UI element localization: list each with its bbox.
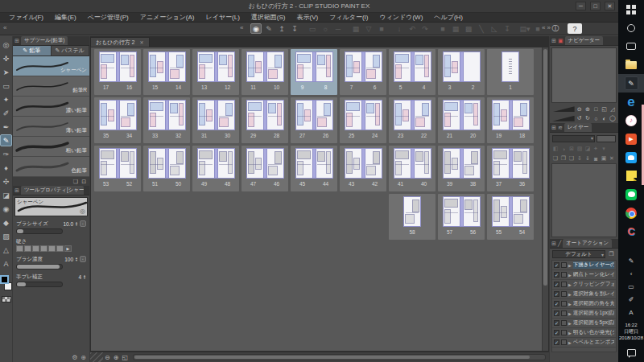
hardness-segment[interactable]	[56, 245, 64, 252]
checkbox-empty[interactable]	[561, 291, 567, 297]
help-icon[interactable]: ?	[568, 23, 582, 34]
auto-action-tab[interactable]: オートアクション	[563, 239, 612, 248]
checkbox-checked-icon[interactable]: ✓	[554, 339, 559, 345]
media-app-icon[interactable]: ▶	[618, 130, 644, 148]
expand-arrow-icon[interactable]: ▶	[568, 282, 572, 287]
page-spread-47-46[interactable]: 4746	[242, 146, 288, 191]
opacity-icon[interactable]: ◑	[560, 146, 567, 152]
property-slider[interactable]	[16, 228, 63, 234]
panel-menu-icon[interactable]: ⊞	[14, 187, 19, 194]
checkbox-empty[interactable]	[561, 311, 567, 316]
tray-pen-icon[interactable]: ✎	[618, 255, 644, 268]
filter-icon[interactable]: ▽	[363, 23, 374, 34]
document-tab[interactable]: おもひの行方 2 ✕	[90, 37, 150, 47]
tool-property-tab[interactable]: ツールプロパティ[シャーペン]	[21, 186, 84, 195]
vertical-scrollbar[interactable]	[542, 47, 548, 351]
subtool-panel-tab[interactable]: サブツール(鉛筆)	[21, 36, 68, 45]
checkbox-empty[interactable]	[561, 320, 567, 326]
fill-tool[interactable]: ◆	[0, 216, 12, 228]
auto-action-row[interactable]: ✓▶下描きレイヤーの作成	[552, 261, 616, 270]
selection-tool[interactable]: ▭	[0, 80, 12, 92]
layer-mask-icon[interactable]: ◙	[592, 156, 599, 162]
auto-action-set-select[interactable]: デフォルト	[552, 250, 605, 258]
maximize-button[interactable]: □	[590, 2, 601, 10]
menu-item[interactable]: 表示(V)	[291, 13, 324, 22]
undo-icon[interactable]: ↶	[407, 23, 418, 34]
brush-item[interactable]: 色鉛筆	[13, 157, 89, 177]
collapse-left-icon[interactable]: «	[3, 24, 6, 31]
auto-select-tool[interactable]: ✦	[0, 93, 12, 105]
clip-studio-icon[interactable]: C	[618, 222, 644, 241]
magnifier-icon[interactable]: ◎	[80, 208, 85, 215]
menu-item[interactable]: ファイル(F)	[3, 13, 49, 22]
perspective-ruler-icon[interactable]: ◺	[489, 23, 500, 34]
clip-below-icon[interactable]: ◪	[584, 146, 591, 152]
tray-expand-icon[interactable]: ‹	[618, 268, 644, 281]
step-down-icon[interactable]: ▼	[75, 224, 78, 226]
collapse-right-icon[interactable]: « »	[542, 24, 551, 31]
hardness-expand-icon[interactable]: ▶	[64, 245, 72, 252]
line-icon[interactable]	[618, 185, 644, 204]
subtool-tab-other[interactable]: ✎パステル	[52, 46, 90, 56]
rotate-right-icon[interactable]: ↻	[584, 115, 591, 121]
close-button[interactable]: ✕	[605, 2, 615, 10]
checkbox-checked-icon[interactable]: ✓	[554, 291, 559, 297]
light-table-icon[interactable]: ☼	[320, 23, 331, 34]
subtool-tab-active[interactable]: ✎鉛筆	[13, 46, 52, 56]
auto-action-menu-icon[interactable]: ❐	[607, 250, 616, 258]
auto-action-row[interactable]: ✓▶明るい色が発光(グロー)	[552, 328, 616, 338]
page-spread-11-10[interactable]: 1110	[242, 49, 288, 95]
menu-item[interactable]: レイヤー(L)	[200, 13, 245, 22]
blend-mode-icon[interactable]: ◧	[552, 146, 559, 152]
snap-pin-icon[interactable]: ↧	[502, 23, 513, 34]
page-spread-37-36[interactable]: 3736	[487, 146, 534, 191]
page-spread-39-38[interactable]: 3938	[438, 146, 485, 191]
page-spread-49-48[interactable]: 4948	[192, 146, 239, 191]
transparent-color-swatch[interactable]	[2, 296, 11, 302]
task-view-button[interactable]	[618, 37, 644, 56]
page-spread-58[interactable]: 58	[389, 194, 436, 240]
operation-tool[interactable]: ➤	[0, 66, 12, 78]
blend-tool[interactable]: ◉	[0, 203, 12, 215]
clip-studio-paint-icon[interactable]: ✎	[618, 74, 644, 93]
brush-tool[interactable]: ✑	[0, 148, 12, 160]
expand-arrow-icon[interactable]: ▶	[568, 302, 572, 306]
expand-arrow-icon[interactable]: ▶	[568, 292, 572, 297]
eyedropper-tool[interactable]: ✐	[0, 107, 12, 119]
page-spread-3-2[interactable]: 32	[438, 49, 485, 95]
export-icon[interactable]: ↥	[276, 23, 287, 34]
rotate-slider[interactable]	[552, 116, 575, 121]
dynamics-button[interactable]: ◦	[80, 256, 86, 262]
auto-action-row[interactable]: ✓▶ベベルとエンボス	[552, 338, 616, 348]
checkbox-checked-icon[interactable]: ✓	[554, 320, 559, 326]
expand-arrow-icon[interactable]: ▶	[568, 273, 572, 278]
panel-menu-icon[interactable]: ⊞	[551, 38, 556, 44]
brush-item[interactable]: 薄い鉛筆	[13, 117, 89, 137]
layer-panel-tab[interactable]: レイヤー	[564, 123, 592, 132]
main-color-swatch[interactable]	[0, 275, 9, 284]
page-spread-23-22[interactable]: 2322	[389, 97, 436, 143]
zoom-slider[interactable]	[552, 106, 575, 112]
menu-item[interactable]: 選択範囲(S)	[246, 13, 291, 22]
nav-zoom-in-icon[interactable]: ⊕	[584, 106, 591, 113]
action-center-button[interactable]	[618, 343, 644, 362]
page-spread-7-6[interactable]: 76	[340, 49, 386, 95]
frame-icon[interactable]: ▭	[307, 23, 318, 34]
pen-settings-icon[interactable]: ✎	[263, 23, 275, 34]
search-button[interactable]	[618, 19, 644, 37]
menu-item[interactable]: ページ管理(P)	[82, 13, 134, 22]
page-spread-1[interactable]: 1	[487, 49, 534, 95]
new-layer-icon[interactable]: ❏	[552, 155, 559, 162]
navigator-tab[interactable]: ナビゲーター	[565, 36, 604, 45]
hardness-segment[interactable]	[40, 245, 47, 252]
page-spread-33-32[interactable]: 3332	[143, 97, 190, 143]
nav-flip-icon[interactable]: ◿	[609, 106, 616, 113]
zoom-in-icon[interactable]: ⊕	[114, 354, 119, 361]
page-spread-29-28[interactable]: 2928	[242, 97, 288, 143]
eraser-tool[interactable]: ◪	[0, 189, 12, 201]
show-page-icon[interactable]: ◉	[250, 23, 262, 34]
auto-action-row[interactable]: ✓▶選択範囲を1px拡縮	[552, 309, 616, 319]
new-vector-layer-icon[interactable]: ❐	[560, 155, 567, 162]
expand-arrow-icon[interactable]: ▶	[568, 340, 572, 345]
page-spread-43-42[interactable]: 4342	[340, 146, 386, 191]
